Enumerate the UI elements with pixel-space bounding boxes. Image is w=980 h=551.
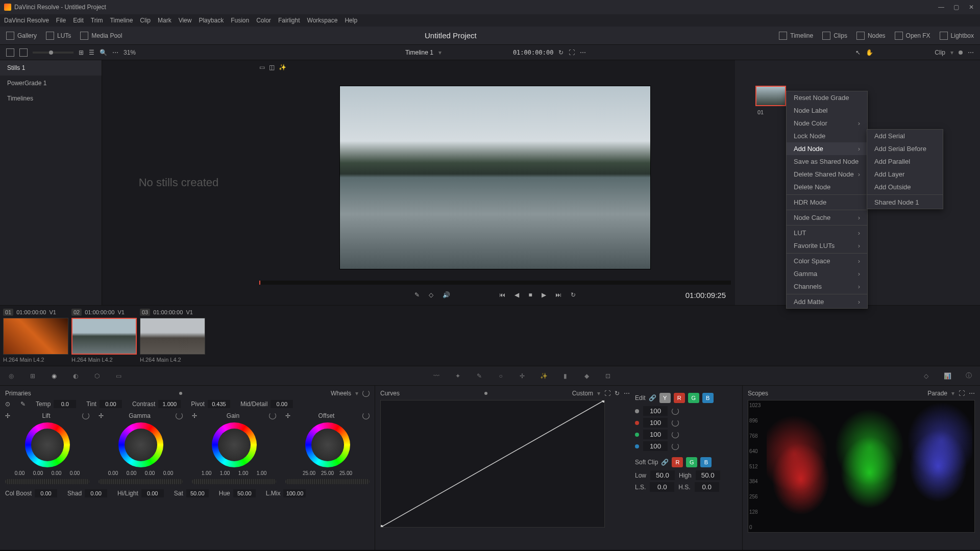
curves-mode[interactable]: Custom [572, 390, 593, 397]
node-slider[interactable] [959, 51, 963, 55]
magic-mask-icon[interactable]: ✨ [538, 371, 549, 381]
menu-trim[interactable]: Trim [91, 17, 103, 24]
list-icon[interactable]: ☰ [89, 49, 94, 56]
clip-02[interactable]: 0201:00:00:00V1H.264 Main L4.2 [71, 309, 137, 363]
viewer-image[interactable] [339, 86, 651, 269]
ctx-lut[interactable]: LUT [787, 227, 867, 239]
scopes-icon[interactable]: 📊 [942, 371, 952, 381]
color-checker-icon[interactable]: ⊞ [28, 371, 38, 381]
export-icon[interactable] [19, 48, 28, 57]
unmix-icon[interactable]: ◇ [429, 291, 433, 298]
ctx-save-as-shared-node[interactable]: Save as Shared Node [787, 155, 867, 168]
contrast-input[interactable] [158, 400, 181, 408]
qualifier-icon[interactable]: ✎ [474, 371, 484, 381]
ctx-reset-node-grade[interactable]: Reset Node Grade [787, 91, 867, 104]
arrow-icon[interactable]: ↖ [855, 49, 861, 56]
sc-b-button[interactable]: B [700, 457, 712, 467]
ctx-sub-add-layer[interactable]: Add Layer [867, 168, 943, 181]
split-icon[interactable]: ◫ [269, 64, 275, 71]
more-icon[interactable]: ⋯ [969, 390, 975, 397]
warper-icon[interactable]: ✦ [453, 371, 463, 381]
ctx-favorite-luts[interactable]: Favorite LUTs [787, 239, 867, 252]
loop-button[interactable]: ↻ [571, 291, 576, 298]
stills-tab-1[interactable]: PowerGrade 1 [0, 76, 102, 91]
shad-input[interactable] [85, 489, 107, 497]
menu-file[interactable]: File [56, 17, 66, 24]
pivot-input[interactable] [208, 400, 230, 408]
menu-view[interactable]: View [179, 17, 192, 24]
ctx-node-cache[interactable]: Node Cache [787, 211, 867, 224]
tracker-icon[interactable]: ✢ [517, 371, 527, 381]
more-icon[interactable]: ⋯ [624, 390, 630, 397]
motion-icon[interactable]: ▭ [113, 371, 124, 381]
maximize-button[interactable]: ▢ [953, 4, 961, 11]
ctx-channels[interactable]: Channels [787, 280, 867, 293]
sat-input[interactable] [186, 489, 209, 497]
minimize-button[interactable]: — [938, 4, 945, 11]
menu-fairlight[interactable]: Fairlight [278, 17, 300, 24]
clips-button[interactable]: Clips [822, 32, 847, 40]
picker2-icon[interactable]: ✎ [20, 400, 26, 408]
g-channel-button[interactable]: G [688, 393, 699, 403]
wheels-mode[interactable]: Wheels [331, 390, 351, 397]
menu-fusion[interactable]: Fusion [231, 17, 249, 24]
menu-help[interactable]: Help [345, 17, 357, 24]
timeline-button[interactable]: Timeline [779, 32, 813, 40]
ctx-add-matte[interactable]: Add Matte [787, 295, 867, 308]
curve-canvas[interactable] [380, 400, 605, 528]
clip-03[interactable]: 0301:00:00:00V1H.264 Main L4.2 [140, 309, 205, 363]
more-icon[interactable]: ⋯ [968, 49, 974, 56]
r-channel-button[interactable]: R [674, 393, 685, 403]
ctx-sub-add-outside[interactable]: Add Outside [867, 181, 943, 193]
expand-icon[interactable]: ⛶ [959, 390, 965, 397]
b-channel-button[interactable]: B [702, 393, 714, 403]
sc-g-button[interactable]: G [686, 457, 697, 467]
first-frame-button[interactable]: ⏮ [499, 291, 505, 298]
y-channel-button[interactable]: Y [659, 393, 671, 403]
colboost-input[interactable] [35, 489, 57, 497]
reset-icon[interactable] [362, 390, 370, 397]
hdr-icon[interactable]: ◐ [70, 371, 81, 381]
ctx-delete-node[interactable]: Delete Node [787, 181, 867, 193]
info-icon[interactable]: ⓘ [964, 371, 974, 381]
expand-icon[interactable]: ⛶ [604, 390, 610, 397]
openfx-button[interactable]: Open FX [895, 32, 930, 40]
menu-edit[interactable]: Edit [73, 17, 84, 24]
ctx-sub-add-parallel[interactable]: Add Parallel [867, 155, 943, 168]
temp-input[interactable] [54, 400, 76, 408]
timecode[interactable]: 01:00:00:00 [513, 49, 553, 56]
wipe-icon[interactable]: ▭ [259, 64, 265, 71]
slider[interactable] [33, 52, 74, 54]
close-button[interactable]: ✕ [969, 4, 976, 11]
ctx-node-label[interactable]: Node Label [787, 104, 867, 117]
reset-icon[interactable]: ↻ [615, 390, 620, 397]
ls-input[interactable] [650, 482, 674, 492]
ctx-gamma[interactable]: Gamma [787, 267, 867, 280]
search-icon[interactable]: 🔍 [100, 49, 107, 56]
ctx-sub-add-serial[interactable]: Add Serial [867, 130, 943, 142]
menu-color[interactable]: Color [256, 17, 271, 24]
more-icon[interactable]: ⋯ [112, 49, 118, 56]
keyframe-icon[interactable]: ◇ [921, 371, 931, 381]
prev-button[interactable]: ◀ [514, 291, 519, 298]
stills-tab-0[interactable]: Stills 1 [0, 60, 102, 76]
timeline-name[interactable]: Timeline 1 [405, 49, 433, 56]
media-pool-button[interactable]: Media Pool [80, 32, 122, 40]
eyedropper-icon[interactable]: ✎ [414, 291, 420, 298]
scrubber[interactable] [259, 281, 731, 285]
ctx-node-color[interactable]: Node Color [787, 117, 867, 130]
color-wheels-icon[interactable]: ◉ [49, 371, 59, 381]
nodes-button[interactable]: Nodes [856, 32, 886, 40]
menu-clip[interactable]: Clip [140, 17, 151, 24]
node-thumb[interactable] [755, 86, 786, 106]
ctx-hdr-mode[interactable]: HDR Mode [787, 196, 867, 209]
lightbox-button[interactable]: Lightbox [940, 32, 974, 40]
key-icon[interactable]: ◆ [581, 371, 592, 381]
scopes-mode[interactable]: Parade [927, 390, 947, 397]
ctx-add-node[interactable]: Add Node [787, 142, 867, 155]
camera-raw-icon[interactable]: ◎ [6, 371, 16, 381]
link-icon[interactable]: 🔗 [661, 459, 669, 466]
ctx-sub-shared-node-1[interactable]: Shared Node 1 [867, 196, 943, 209]
clip-01[interactable]: 0101:00:00:00V1H.264 Main L4.2 [3, 309, 68, 363]
ctx-sub-add-serial-before[interactable]: Add Serial Before [867, 142, 943, 155]
